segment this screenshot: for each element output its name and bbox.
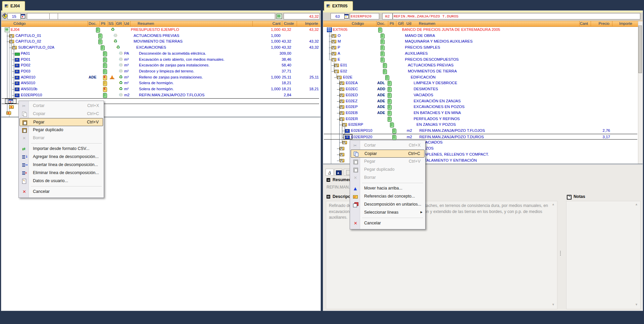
table-row[interactable]: E02ERPEN ZANJAS Y POZOS: [324, 122, 637, 128]
menu-item-borrar[interactable]: Borrar: [351, 174, 425, 182]
tab-pricebank[interactable]: EXTR05: [324, 1, 353, 11]
menu-item-cortar[interactable]: CortarCtrl+X: [19, 102, 103, 110]
ud-field-right[interactable]: [382, 13, 393, 19]
table-row[interactable]: E02EDADEVACIADOS: [324, 92, 637, 98]
menu-item-borrar[interactable]: Borrar: [19, 134, 103, 142]
column-header[interactable]: Resumen: [419, 21, 435, 25]
menu-item-eliminar-l-nea-de-descomposici-n[interactable]: Eliminar línea de descomposición...: [19, 169, 103, 177]
menu-item-datos-de-usuario[interactable]: Datos de usuario...: [19, 177, 103, 185]
table-row[interactable]: PD01m³Excavación a cielo abierto, con me…: [2, 57, 319, 63]
copy-icon: [22, 111, 27, 116]
add-row-icon[interactable]: [9, 104, 14, 109]
column-header[interactable]: Importe: [288, 21, 318, 25]
column-header[interactable]: Doc.: [89, 21, 97, 25]
table-row[interactable]: PA01PADesconexión de la acometida eléctr…: [2, 51, 319, 57]
column-header[interactable]: SS: [108, 21, 113, 25]
table-row[interactable]: ADR010ADEm³Relleno de zanjas para instal…: [2, 74, 319, 80]
splitter-handle[interactable]: [560, 251, 565, 256]
menu-item-pegar-duplicado[interactable]: Pegar duplicado: [351, 166, 425, 174]
scroll-down-icon[interactable]: ▼: [635, 303, 638, 306]
notas-textarea[interactable]: [566, 201, 641, 309]
resumen: DESMONTES: [413, 86, 438, 92]
code-field-right[interactable]: [350, 13, 379, 19]
menu-item-cancelar[interactable]: Cancelar: [19, 188, 103, 196]
menu-item-agregar-l-nea-de-descomposici-n[interactable]: Agregar línea de descomposición...: [19, 153, 103, 161]
menu-item-cortar[interactable]: CortarCtrl+X: [351, 142, 425, 150]
column-header[interactable]: Ud: [124, 21, 129, 25]
coste-value: 38,46: [262, 57, 291, 63]
table-row[interactable]: MMAQUINARIA Y MEDIOS AUXILIARES: [324, 39, 637, 45]
scroll-up-icon[interactable]: ▲: [635, 203, 638, 206]
table-row[interactable]: SUBCAPITULO_02AEXCAVACIONES1,00043,3243,…: [2, 45, 319, 51]
table-row[interactable]: OMANO DE OBRA: [324, 33, 637, 39]
scrollbar-thumb[interactable]: [638, 25, 642, 73]
resumen-field-right[interactable]: [393, 13, 640, 19]
resumen-field-left[interactable]: [58, 13, 275, 19]
menu-item-copiar[interactable]: CopiarCtrl+C: [351, 150, 425, 158]
table-row[interactable]: E02EBADEEN BATACHES Y EN MINA: [324, 110, 637, 116]
table-row[interactable]: E02EZADEEXCAVACIÓN EN ZANJAS: [324, 98, 637, 104]
menu-item-label: Pegar duplicado: [364, 167, 394, 172]
menu-item-referencias-del-concepto[interactable]: Referencias del concepto...: [351, 193, 425, 201]
table-row[interactable]: E02ECADDDESMONTES: [324, 86, 637, 92]
line-number-field-right[interactable]: [331, 13, 345, 19]
line-number-field-left[interactable]: [7, 13, 21, 19]
column-header[interactable]: Ud: [406, 21, 411, 25]
tab-image[interactable]: [334, 169, 342, 176]
column-header[interactable]: Resumen: [138, 21, 154, 25]
table-row[interactable]: EJ04PRESUPUESTO EJEMPLO1,00043,3243,32: [2, 27, 319, 33]
table-row[interactable]: E02ERPERFILADOS Y REFINOS: [324, 116, 637, 122]
table-row[interactable]: PD02m³Excavación de zanjas para instalac…: [2, 62, 319, 68]
menu-item-cancelar[interactable]: Cancelar: [351, 219, 425, 227]
menu-item-descomposici-n-en-unitarios[interactable]: Descomposición en unitarios...: [351, 201, 425, 209]
ud-field-left[interactable]: [49, 13, 58, 19]
menu-item-importar-desde-formato-csv[interactable]: Importar desde formato CSV...: [19, 145, 103, 153]
collapse-icon[interactable]: [327, 178, 332, 183]
table-row[interactable]: PPRECIOS SIMPLES: [324, 45, 637, 51]
table-row[interactable]: CAPITULO_02MOVIMIENTO DE TIERRAS1,00043,…: [2, 39, 319, 45]
menu-item-pegar[interactable]: PegarCtrl+V: [351, 158, 425, 166]
menu-item-copiar[interactable]: CopiarCtrl+C: [19, 110, 103, 118]
description-section-icon[interactable]: [327, 195, 332, 200]
table-row[interactable]: ANS010m²Solera de hormigón.18,21: [2, 80, 319, 86]
resumen: PRESUPUESTO EJEMPLO: [131, 27, 179, 33]
column-header[interactable]: Pli: [390, 21, 394, 25]
table-row[interactable]: E02EAADLLIMPIEZA Y DESBROCE: [324, 80, 637, 86]
table-row[interactable]: ANS010bm²Solera de hormigón.1,00018,2118…: [2, 86, 319, 92]
scroll-up-icon[interactable]: ▲: [552, 203, 555, 206]
table-row[interactable]: E02ERP020m2REFIN.MAN.ZANJA/POZO T.DUROS3…: [324, 134, 637, 140]
tab-budget[interactable]: EJ04: [2, 1, 25, 11]
resumen: ACTUACIONES PREVIAS: [408, 62, 453, 68]
table-row[interactable]: E02EPADEEXCAVACIONES EN POZOS: [324, 104, 637, 110]
column-header[interactable]: Doc.: [377, 21, 385, 25]
cut-icon: [22, 103, 27, 108]
column-header[interactable]: Importe: [602, 21, 632, 25]
goto-button-right[interactable]: [344, 14, 350, 19]
notas-section-icon[interactable]: [567, 195, 572, 200]
column-header[interactable]: GR: [116, 21, 122, 25]
goto-button-left[interactable]: [21, 14, 26, 19]
table-row[interactable]: E02MOVIMIENTOS DE TIERRA: [324, 68, 637, 74]
table-row[interactable]: AAUXILIARES: [324, 51, 637, 57]
column-header[interactable]: Pli: [101, 21, 105, 25]
recalc-icon[interactable]: [277, 14, 282, 19]
menu-item-insertar-l-nea-de-descomposici-n[interactable]: Insertar línea de descomposición...: [19, 161, 103, 169]
table-row[interactable]: EPRECIOS DESCOMPUESTOS: [324, 57, 637, 63]
menu-item-pegar-duplicado[interactable]: Pegar duplicado: [19, 126, 103, 134]
column-header[interactable]: Código: [13, 21, 26, 25]
table-row[interactable]: EXTR05BANCO DE PRECIOS JUNTA DE EXTREMAD…: [324, 27, 637, 33]
menu-item-label: Pegar: [33, 120, 44, 124]
table-row[interactable]: E02EEDIFICACIÓN: [324, 74, 637, 80]
menu-item-seleccionar-l-neas[interactable]: Seleccionar líneas▶: [351, 209, 425, 217]
scroll-down-icon[interactable]: ▼: [552, 303, 555, 306]
table-row[interactable]: E01ACTUACIONES PREVIAS: [324, 62, 637, 68]
table-row[interactable]: E02ERP010m2REFIN.MAN.ZANJA/POZO T.FLOJOS…: [324, 128, 637, 134]
column-header[interactable]: Código: [352, 21, 364, 25]
table-row[interactable]: CAPITULO_01ACTUACIONES PREVIAS1,000: [2, 33, 319, 39]
menu-item-pegar[interactable]: PegarCtrl+V: [19, 118, 103, 126]
code-field-left[interactable]: [27, 13, 50, 19]
tab-text[interactable]: A: [326, 169, 334, 176]
table-row[interactable]: E02ERP010m2REFIN.MAN.ZANJA/POZO T.FLOJOS…: [2, 92, 319, 98]
menu-item-mover-hacia-arriba[interactable]: Mover hacia arriba...: [351, 184, 425, 193]
table-row[interactable]: PD03m²Desbroce y limpieza del terreno.37…: [2, 68, 319, 74]
